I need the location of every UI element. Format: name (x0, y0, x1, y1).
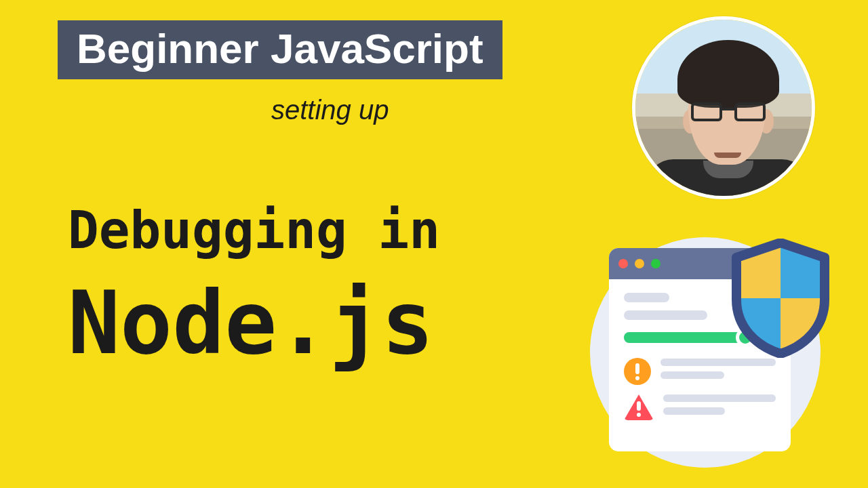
series-badge-label: Beginner JavaScript (77, 25, 484, 72)
text-lines (660, 359, 776, 384)
text-lines (663, 394, 776, 420)
glasses-icon (691, 102, 766, 123)
series-badge: Beginner JavaScript (58, 20, 502, 79)
zoom-dot-icon (651, 259, 660, 268)
warning-icon (624, 358, 651, 385)
glasses-lens (734, 102, 766, 121)
text-stub (663, 394, 776, 402)
shield-icon (730, 239, 831, 358)
list-item (624, 358, 776, 385)
glasses-bridge (722, 108, 734, 110)
progress-fill (624, 332, 743, 343)
close-dot-icon (618, 259, 628, 268)
series-subtitle: setting up (271, 95, 389, 125)
text-stub (624, 293, 669, 302)
alert-triangle-icon (624, 394, 654, 420)
presenter-avatar (632, 16, 815, 199)
avatar-mouth (714, 152, 741, 158)
title-line-1: Debugging in (68, 203, 440, 258)
browser-security-illustration (583, 224, 827, 468)
glasses-lens (691, 102, 722, 121)
text-stub (660, 371, 724, 379)
text-stub (624, 310, 707, 320)
list-item (624, 394, 776, 420)
text-stub (660, 359, 776, 366)
title-line-2: Node.js (68, 278, 440, 369)
main-title: Debugging in Node.js (68, 203, 440, 369)
minimize-dot-icon (635, 259, 644, 268)
text-stub (663, 407, 725, 415)
